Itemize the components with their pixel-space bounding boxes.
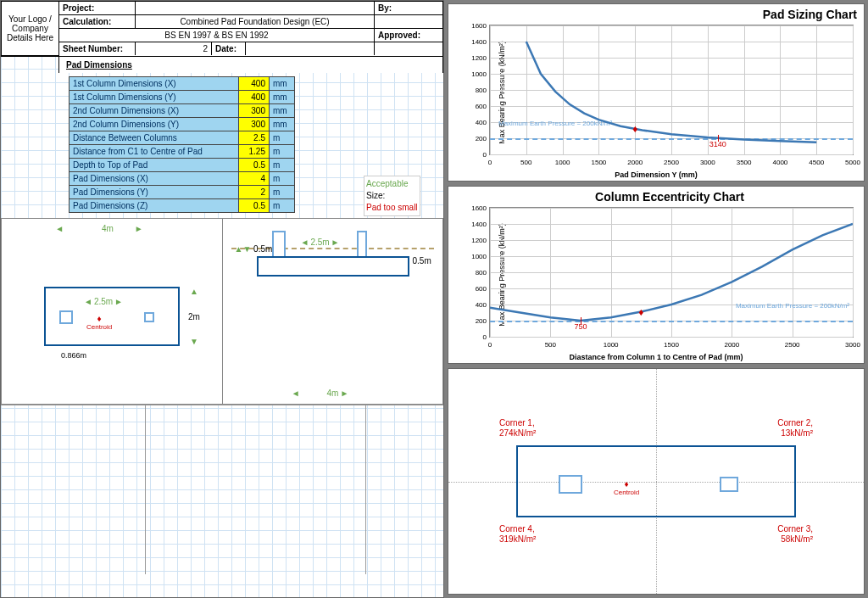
dim-value[interactable]: 300 <box>239 118 270 131</box>
approved-label: Approved: <box>375 29 442 42</box>
xlabel: Diastance from Column 1 to Centre of Pad… <box>448 353 864 361</box>
dim-unit: m <box>270 145 295 159</box>
elev-pad <box>257 256 409 277</box>
xtick: 3000 <box>700 159 715 166</box>
xtick: 2500 <box>664 159 679 166</box>
status-acceptable: Acceptable <box>366 178 418 190</box>
dim-row: Distance from C1 to Centre of Pad1.25m <box>70 145 295 159</box>
marker-icon: ♦ <box>638 306 643 318</box>
elev-spacing: 2.5m <box>282 238 359 247</box>
project-value[interactable] <box>136 2 375 14</box>
approved-value[interactable] <box>375 42 442 55</box>
dim-value[interactable]: 0.5 <box>239 199 270 213</box>
dim-unit: mm <box>270 104 295 118</box>
dim-value[interactable]: 2.5 <box>239 131 270 145</box>
status-box: Acceptable Size: Pad too small <box>364 176 420 216</box>
plot-area: 0500100015002000250030000200400600800100… <box>489 207 854 338</box>
dim-row: 1st Column Dimensions (X)400mm <box>70 77 295 91</box>
elev-depth: ▲▼ 0.5m <box>235 244 273 254</box>
dim-value[interactable]: 4 <box>239 172 270 186</box>
ytick: 0 <box>466 151 487 159</box>
dim-row: Pad Dimensions (X)4m <box>70 172 295 186</box>
corner-2: Corner 2,13kN/m² <box>777 418 813 439</box>
xtick: 1000 <box>604 341 619 349</box>
ytick: 1600 <box>466 22 487 30</box>
ytick: 200 <box>466 317 487 325</box>
dim-value[interactable]: 2 <box>239 186 270 199</box>
dim-unit: mm <box>270 77 295 91</box>
calculation-label: Calculation: <box>59 15 136 28</box>
chart-title: Pad Sizing Chart <box>482 8 857 21</box>
status-too-small: Pad too small <box>366 202 418 214</box>
elev-width: 4m <box>257 388 409 398</box>
dim-row: 2nd Column Dimensions (X)300mm <box>70 104 295 118</box>
dim-row: 2nd Column Dimensions (Y)300mm <box>70 118 295 131</box>
plan-offset: 0.866m <box>61 351 86 360</box>
xtick: 2500 <box>785 341 800 349</box>
dim-value[interactable]: 1.25 <box>239 145 270 159</box>
dim-label: 1st Column Dimensions (X) <box>70 77 239 91</box>
project-label: Project: <box>59 2 136 14</box>
dim-value[interactable]: 0.5 <box>239 159 270 172</box>
ytick: 600 <box>466 103 487 110</box>
dim-label: Pad Dimensions (X) <box>70 172 239 186</box>
plan-height-arrow: ▲ 2m ▼ <box>188 287 200 346</box>
dim-value[interactable]: 400 <box>239 91 270 104</box>
date-label: Date: <box>212 42 246 55</box>
ytick: 1200 <box>466 237 487 244</box>
ytick: 600 <box>466 285 487 293</box>
xtick: 0 <box>488 159 492 166</box>
xtick: 1000 <box>555 159 570 166</box>
xtick: 3500 <box>737 159 752 166</box>
chart-title: Column Eccentricity Chart <box>482 190 857 204</box>
ytick: 1400 <box>466 38 487 46</box>
dim-row: Pad Dimensions (Y)2m <box>70 186 295 199</box>
corner-col1 <box>559 475 582 494</box>
xlabel: Pad Dimension Y (mm) <box>448 170 864 179</box>
diagram-row: 4m Centroid 2.5m 0.866m ▲ 2m ▼ 2.5m ▲▼ 0… <box>1 218 443 405</box>
dimensions-table: 1st Column Dimensions (X)400mm1st Column… <box>69 76 295 213</box>
dim-row: Depth to Top of Pad0.5m <box>70 159 295 172</box>
corner-pressure-diagram: Centroid Corner 1,274kN/m² Corner 2,13kN… <box>448 368 865 595</box>
plan-centroid: Centroid <box>86 314 112 331</box>
dim-label: Depth to Top of Pad <box>70 159 239 172</box>
dim-label: Distance Between Columns <box>70 131 239 145</box>
xtick: 1500 <box>591 159 606 166</box>
xtick: 500 <box>545 341 556 349</box>
calculation-value[interactable]: Combined Pad Foundation Design (EC) <box>136 15 375 28</box>
dim-unit: m <box>270 186 295 199</box>
pad-sizing-chart: Pad Sizing Chart Max Bearing Pressure (k… <box>448 3 865 182</box>
dim-row: Distance Between Columns2.5m <box>70 131 295 145</box>
ytick: 200 <box>466 135 487 143</box>
status-size-label: Size: <box>366 190 418 202</box>
dim-unit: m <box>270 159 295 172</box>
plan-diagram: 4m Centroid 2.5m 0.866m ▲ 2m ▼ <box>1 218 223 405</box>
dim-value[interactable]: 300 <box>239 104 270 118</box>
xtick: 5000 <box>845 159 860 166</box>
ytick: 1200 <box>466 54 487 62</box>
corner-1: Corner 1,274kN/m² <box>499 418 536 439</box>
dim-row: Pad Dimensions (Z)0.5m <box>70 199 295 213</box>
xtick: 1500 <box>664 341 679 349</box>
dim-unit: m <box>270 131 295 145</box>
elevation-diagram: 2.5m ▲▼ 0.5m 0.5m 4m <box>223 218 444 405</box>
dim-label: 2nd Column Dimensions (Y) <box>70 118 239 131</box>
dim-unit: m <box>270 199 295 213</box>
ytick: 1600 <box>466 204 487 212</box>
xtick: 4500 <box>809 159 824 166</box>
dim-label: 2nd Column Dimensions (X) <box>70 104 239 118</box>
dim-label: Pad Dimensions (Y) <box>70 186 239 199</box>
ytick: 1000 <box>466 253 487 260</box>
date-value[interactable] <box>246 42 375 55</box>
ytick: 400 <box>466 301 487 309</box>
eccentricity-chart: Column Eccentricity Chart Max Bearing Pr… <box>448 186 865 364</box>
dim-value[interactable]: 400 <box>239 77 270 91</box>
sheet-value[interactable]: 2 <box>136 42 212 55</box>
ytick: 400 <box>466 119 487 126</box>
xtick: 500 <box>520 159 531 166</box>
corner-4: Corner 4,319kN/m² <box>499 524 536 545</box>
dim-unit: m <box>270 172 295 186</box>
by-value[interactable] <box>375 15 442 28</box>
dim-label: 1st Column Dimensions (Y) <box>70 91 239 104</box>
xtick: 0 <box>488 341 492 349</box>
